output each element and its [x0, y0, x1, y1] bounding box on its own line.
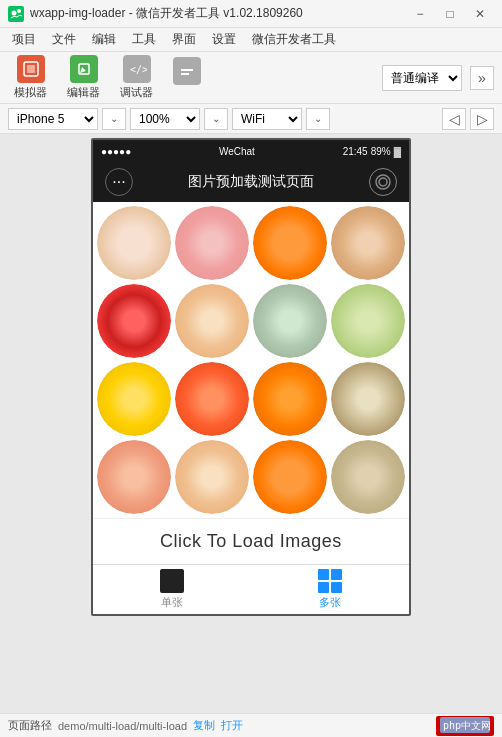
- unknown-tool-button[interactable]: ·: [167, 53, 207, 103]
- menu-project[interactable]: 项目: [4, 29, 44, 50]
- food-image-5: [97, 284, 171, 358]
- food-image-12: [331, 362, 405, 436]
- bottom-tab-bar: 单张 多张: [93, 564, 409, 614]
- phone-status-bar: ●●●●● WeChat 21:45 89% ▓: [93, 140, 409, 162]
- page-title: 图片预加载测试页面: [188, 173, 314, 191]
- zoom-select[interactable]: 100%: [130, 108, 200, 130]
- grid-cell-2: [331, 569, 342, 580]
- prev-page-button[interactable]: ◁: [442, 108, 466, 130]
- nav-record-button[interactable]: [369, 168, 397, 196]
- food-image-14: [175, 440, 249, 514]
- device-bar: iPhone 5 ⌄ 100% ⌄ WiFi ⌄ ◁ ▷: [0, 104, 502, 134]
- minimize-button[interactable]: −: [406, 4, 434, 24]
- food-image-4: [331, 206, 405, 280]
- path-label: 页面路径: [8, 718, 52, 733]
- encoding-select[interactable]: 普通编译: [382, 65, 462, 91]
- window-title: wxapp-img-loader - 微信开发者工具 v1.02.1809260: [30, 5, 303, 22]
- grid-cell-1: [318, 569, 329, 580]
- simulator-icon: [17, 55, 45, 83]
- menu-settings[interactable]: 设置: [204, 29, 244, 50]
- editor-label: 编辑器: [67, 85, 100, 100]
- unknown-tool-icon: [173, 57, 201, 85]
- status-bar: 页面路径 demo/multi-load/multi-load 复制 打开 ph…: [0, 713, 502, 737]
- debugger-label: 调试器: [120, 85, 153, 100]
- single-tab-icon: [160, 569, 184, 593]
- debugger-button[interactable]: </> 调试器: [114, 51, 159, 104]
- close-button[interactable]: ✕: [466, 4, 494, 24]
- menu-tools[interactable]: 工具: [124, 29, 164, 50]
- device-select[interactable]: iPhone 5: [8, 108, 98, 130]
- restore-button[interactable]: □: [436, 4, 464, 24]
- time-label: 21:45: [343, 146, 368, 157]
- app-icon: [8, 6, 24, 22]
- grid-cell-3: [318, 582, 329, 593]
- food-image-11: [253, 362, 327, 436]
- open-path-button[interactable]: 打开: [221, 718, 243, 733]
- menu-file[interactable]: 文件: [44, 29, 84, 50]
- editor-button[interactable]: 编辑器: [61, 51, 106, 104]
- tab-single[interactable]: 单张: [93, 565, 251, 614]
- device-rotate-button[interactable]: ⌄: [102, 108, 126, 130]
- nav-dots-button[interactable]: ···: [105, 168, 133, 196]
- page-path: demo/multi-load/multi-load: [58, 720, 187, 732]
- food-image-9: [97, 362, 171, 436]
- food-image-13: [97, 440, 171, 514]
- zoom-more-button[interactable]: ⌄: [204, 108, 228, 130]
- menu-wechat-devtools[interactable]: 微信开发者工具: [244, 29, 344, 50]
- food-image-6: [175, 284, 249, 358]
- main-area: ●●●●● WeChat 21:45 89% ▓ ··· 图片预加载测试页面: [0, 134, 502, 713]
- phone-nav-bar: ··· 图片预加载测试页面: [93, 162, 409, 202]
- battery-icon: ▓: [394, 146, 401, 157]
- image-grid[interactable]: [93, 202, 409, 518]
- food-image-1: [97, 206, 171, 280]
- svg-rect-7: [181, 69, 193, 71]
- food-image-10: [175, 362, 249, 436]
- food-image-7: [253, 284, 327, 358]
- svg-point-2: [17, 9, 21, 13]
- menu-interface[interactable]: 界面: [164, 29, 204, 50]
- load-button-area[interactable]: Click To Load Images: [93, 518, 409, 564]
- simulator-label: 模拟器: [14, 85, 47, 100]
- svg-rect-4: [27, 65, 35, 73]
- status-right: 21:45 89% ▓: [343, 146, 401, 157]
- svg-text:</>: </>: [130, 64, 147, 75]
- svg-text:php中文网: php中文网: [443, 720, 490, 731]
- single-tab-label: 单张: [161, 595, 183, 610]
- food-image-16: [331, 440, 405, 514]
- next-page-button[interactable]: ▷: [470, 108, 494, 130]
- food-image-3: [253, 206, 327, 280]
- phone-screen: ●●●●● WeChat 21:45 89% ▓ ··· 图片预加载测试页面: [91, 138, 411, 616]
- menu-edit[interactable]: 编辑: [84, 29, 124, 50]
- network-more-button[interactable]: ⌄: [306, 108, 330, 130]
- php-logo: php中文网: [436, 716, 494, 736]
- tab-multi[interactable]: 多张: [251, 565, 409, 614]
- carrier-label: WeChat: [219, 146, 255, 157]
- title-bar: wxapp-img-loader - 微信开发者工具 v1.02.1809260…: [0, 0, 502, 28]
- network-select[interactable]: WiFi: [232, 108, 302, 130]
- food-image-8: [331, 284, 405, 358]
- title-bar-left: wxapp-img-loader - 微信开发者工具 v1.02.1809260: [8, 5, 303, 22]
- simulator-button[interactable]: 模拟器: [8, 51, 53, 104]
- svg-rect-8: [181, 73, 189, 75]
- phone-frame: ●●●●● WeChat 21:45 89% ▓ ··· 图片预加载测试页面: [0, 134, 502, 713]
- toolbar: 模拟器 编辑器 </> 调试器 · 普通编译 »: [0, 52, 502, 104]
- svg-point-9: [376, 175, 390, 189]
- multi-tab-icon: [318, 569, 342, 593]
- grid-cell-4: [331, 582, 342, 593]
- editor-icon: [70, 55, 98, 83]
- window-controls: − □ ✕: [406, 4, 494, 24]
- copy-path-button[interactable]: 复制: [193, 718, 215, 733]
- debugger-icon: </>: [123, 55, 151, 83]
- food-image-2: [175, 206, 249, 280]
- signal-icon: ●●●●●: [101, 146, 131, 157]
- multi-tab-label: 多张: [319, 595, 341, 610]
- load-images-button[interactable]: Click To Load Images: [160, 531, 342, 552]
- food-image-15: [253, 440, 327, 514]
- toolbar-more-button[interactable]: »: [470, 66, 494, 90]
- svg-point-10: [379, 178, 387, 186]
- menu-bar: 项目 文件 编辑 工具 界面 设置 微信开发者工具: [0, 28, 502, 52]
- svg-point-1: [12, 10, 17, 15]
- battery-label: 89%: [371, 146, 391, 157]
